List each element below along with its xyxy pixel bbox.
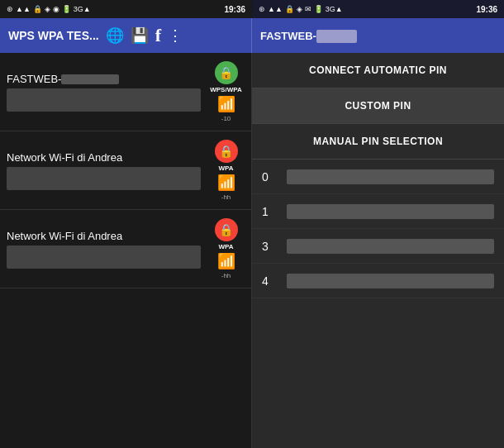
lock-badge-2: 🔒 xyxy=(215,140,238,163)
status-bar-left: ⊛ ▲▲ 🔒 ◈ ◉ 🔋 3G▲ 19:36 xyxy=(0,0,252,18)
globe-icon[interactable]: 🌐 xyxy=(106,26,124,45)
signal-text-left: 3G▲ xyxy=(74,5,91,13)
lock-badge-1: 🔒 xyxy=(215,61,238,84)
signal-strength-2: -hh xyxy=(221,193,231,201)
left-status-icons: ⊛ ▲▲ 🔒 ◈ ◉ 🔋 3G▲ xyxy=(7,5,91,13)
status-bar-right: ⊛ ▲▲ 🔒 ◈ ✉ 🔋 3G▲ 19:36 xyxy=(252,0,504,18)
network-detail-blur-1 xyxy=(7,88,201,112)
app-bar: WPS WPA TES... 🌐 💾 f ⋮ FASTWEB- xyxy=(0,18,504,53)
signal-bars-right: ▲▲ xyxy=(268,5,283,13)
time-right: 19:36 xyxy=(476,5,497,14)
main-content: FASTWEB- 🔒 WPS/WPA 📶 -10 Network Wi-Fi d… xyxy=(0,53,504,448)
lock-type-1: WPS/WPA xyxy=(210,86,242,93)
pin-number-4: 4 xyxy=(262,274,278,288)
twitter-icon: ◉ xyxy=(53,5,59,13)
facebook-icon[interactable]: f xyxy=(155,25,161,46)
dropbox-icon-r: ◈ xyxy=(297,5,302,13)
lock-type-3: WPA xyxy=(218,243,233,250)
lock-icon-2: 🔒 xyxy=(219,145,233,158)
status-bar: ⊛ ▲▲ 🔒 ◈ ◉ 🔋 3G▲ 19:36 ⊛ ▲▲ 🔒 ◈ ✉ 🔋 3G▲ … xyxy=(0,0,504,18)
lock-type-2: WPA xyxy=(218,164,233,172)
selected-ssid: FASTWEB- xyxy=(260,30,357,42)
network-info-3: Network Wi-Fi di Andrea xyxy=(7,230,201,269)
app-bar-left: WPS WPA TES... 🌐 💾 f ⋮ xyxy=(0,18,252,53)
right-status-icons: ⊛ ▲▲ 🔒 ◈ ✉ 🔋 3G▲ xyxy=(259,5,343,13)
network-list: FASTWEB- 🔒 WPS/WPA 📶 -10 Network Wi-Fi d… xyxy=(0,53,252,448)
network-icons-1: 🔒 WPS/WPA 📶 -10 xyxy=(207,61,245,122)
ssid-highlight xyxy=(316,30,357,43)
network-info-2: Network Wi-Fi di Andrea xyxy=(7,151,201,190)
pin-item-1[interactable]: 1 xyxy=(252,194,504,229)
ssid-text: FASTWEB- xyxy=(260,30,316,42)
network-name-3: Network Wi-Fi di Andrea xyxy=(7,230,201,242)
pin-value-blur-0 xyxy=(287,169,494,184)
msg-icon: ✉ xyxy=(305,5,311,13)
battery-icon-r: 🔋 xyxy=(314,5,323,13)
network-detail-blur-2 xyxy=(7,167,201,190)
pin-value-blur-1 xyxy=(287,204,494,219)
signal-bars-left: ▲▲ xyxy=(16,5,31,13)
pin-number-1: 1 xyxy=(262,205,278,218)
save-icon[interactable]: 💾 xyxy=(131,26,149,45)
connect-auto-pin-label: CONNECT AUTOMATIC PIN xyxy=(309,64,447,76)
pin-item-3[interactable]: 3 xyxy=(252,229,504,264)
app-title: WPS WPA TES... xyxy=(8,29,99,42)
network-item-3[interactable]: Network Wi-Fi di Andrea 🔒 WPA 📶 -hh xyxy=(0,210,251,288)
signal-text-right: 3G▲ xyxy=(326,5,343,13)
time-left: 19:36 xyxy=(224,5,245,14)
app-bar-right: FASTWEB- xyxy=(252,18,504,53)
manual-pin-selection-button[interactable]: MANUAL PIN SELECTION xyxy=(252,124,504,160)
pin-value-blur-3 xyxy=(287,239,494,254)
pin-number-0: 0 xyxy=(262,170,278,183)
custom-pin-label: CUSTOM PIN xyxy=(345,100,411,112)
network-name-1: FASTWEB- xyxy=(7,73,201,85)
network-name-2: Network Wi-Fi di Andrea xyxy=(7,151,201,164)
more-options-icon[interactable]: ⋮ xyxy=(168,26,182,45)
network-info-1: FASTWEB- xyxy=(7,73,201,112)
pin-item-0[interactable]: 0 xyxy=(252,160,504,194)
network-item-1[interactable]: FASTWEB- 🔒 WPS/WPA 📶 -10 xyxy=(0,53,251,131)
wifi-signal-2: 📶 xyxy=(217,174,235,192)
pin-list: 0 1 3 4 xyxy=(252,160,504,448)
signal-strength-3: -hh xyxy=(221,272,231,279)
right-panel: CONNECT AUTOMATIC PIN CUSTOM PIN MANUAL … xyxy=(252,53,504,448)
manual-pin-label: MANUAL PIN SELECTION xyxy=(313,136,443,147)
wifi-signal-1: 📶 xyxy=(217,95,235,113)
network-icons-2: 🔒 WPA 📶 -hh xyxy=(207,140,245,201)
network-item-2[interactable]: Network Wi-Fi di Andrea 🔒 WPA 📶 -hh xyxy=(0,131,251,210)
lock-icon-status: 🔒 xyxy=(285,5,294,13)
sim-icon: 🔒 xyxy=(33,5,42,13)
lock-badge-3: 🔒 xyxy=(215,218,238,241)
wifi-signal-3: 📶 xyxy=(217,252,235,270)
wifi-icon-status: ⊛ xyxy=(7,5,13,13)
battery-icon: 🔋 xyxy=(62,5,71,13)
pin-number-3: 3 xyxy=(262,240,278,253)
pin-value-blur-4 xyxy=(287,274,494,288)
network-icons-3: 🔒 WPA 📶 -hh xyxy=(207,218,245,279)
pin-item-4[interactable]: 4 xyxy=(252,264,504,298)
nav-icon: ⊛ xyxy=(259,5,265,13)
dropbox-icon: ◈ xyxy=(45,5,50,13)
connect-auto-pin-button[interactable]: CONNECT AUTOMATIC PIN xyxy=(252,53,504,88)
network-detail-blur-3 xyxy=(7,245,201,269)
signal-strength-1: -10 xyxy=(221,115,231,122)
lock-icon-1: 🔒 xyxy=(219,66,233,79)
lock-icon-3: 🔒 xyxy=(219,223,233,236)
custom-pin-button[interactable]: CUSTOM PIN xyxy=(252,88,504,124)
